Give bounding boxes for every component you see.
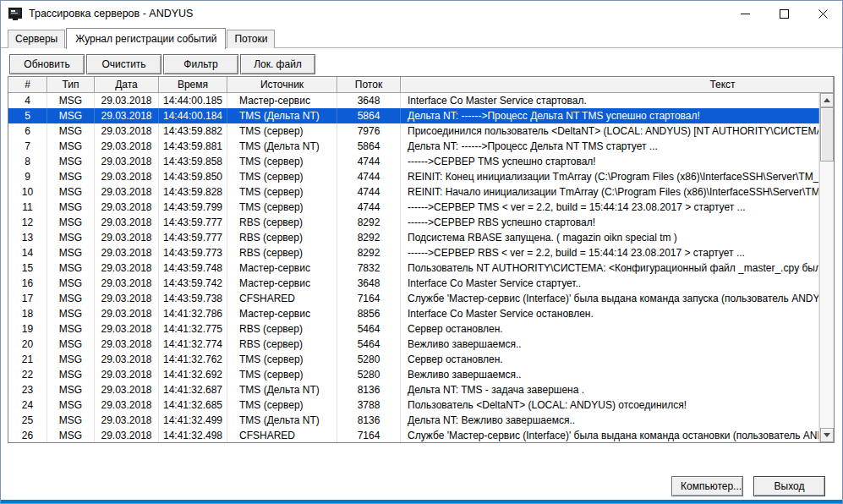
cell: Interface Co Master Service стартует.. <box>401 276 819 291</box>
column-header-3[interactable]: Время <box>159 77 227 93</box>
cell: 5280 <box>337 352 401 367</box>
cell: TMS (Дельта NT) <box>227 382 337 397</box>
column-header-2[interactable]: Дата <box>95 77 159 93</box>
cell: 5 <box>8 108 47 123</box>
refresh-button[interactable]: Обновить <box>9 54 85 74</box>
computer-button[interactable]: Компьютер... <box>671 476 743 496</box>
cell: 14:43:59.882 <box>159 123 227 139</box>
table-row[interactable]: 12MSG29.03.201814:43:59.777RBS (сервер)8… <box>8 215 819 230</box>
cell: Мастер-сервис <box>227 260 337 276</box>
filter-button[interactable]: Фильтр <box>163 54 238 74</box>
app-window: Трассировка серверов - ANDYUS СерверыЖур… <box>0 0 843 504</box>
cell: MSG <box>47 169 95 184</box>
table-row[interactable]: 17MSG29.03.201814:43:59.738CFSHARED7164С… <box>8 291 819 306</box>
cell: 14:43:59.777 <box>159 230 227 245</box>
table-row[interactable]: 23MSG29.03.201814:41:32.687TMS (Дельта N… <box>8 382 819 397</box>
table-row[interactable]: 19MSG29.03.201814:41:32.775RBS (сервер)5… <box>8 321 819 337</box>
column-header-6[interactable]: Текст <box>401 77 834 93</box>
cell: MSG <box>47 93 95 108</box>
cell: 12 <box>8 215 47 230</box>
minimize-button[interactable] <box>725 1 764 26</box>
scroll-thumb[interactable] <box>820 107 834 162</box>
clear-button[interactable]: Очистить <box>86 54 161 74</box>
window-bottom-accent <box>1 500 842 503</box>
cell: MSG <box>47 200 95 215</box>
cell: 29.03.2018 <box>95 108 159 123</box>
column-header-1[interactable]: Тип <box>47 77 95 93</box>
column-header-5[interactable]: Поток <box>337 77 401 93</box>
cell: Вежливо завершаемся.. <box>401 337 819 352</box>
cell: MSG <box>47 245 95 260</box>
cell: TMS (сервер) <box>227 397 337 413</box>
table-row[interactable]: 13MSG29.03.201814:43:59.777RBS (сервер)8… <box>8 230 819 245</box>
cell: 14:43:59.850 <box>159 169 227 184</box>
exit-button[interactable]: Выход <box>753 476 825 496</box>
column-header-4[interactable]: Источник <box>227 77 337 93</box>
column-header-0[interactable]: # <box>8 77 47 93</box>
cell: 14:43:59.881 <box>159 139 227 154</box>
cell: 8292 <box>337 245 401 260</box>
tab-servers[interactable]: Серверы <box>8 30 65 48</box>
table-row[interactable]: 22MSG29.03.201814:41:32.692TMS (сервер)5… <box>8 367 819 382</box>
close-button[interactable] <box>803 1 842 26</box>
minimize-icon <box>741 9 750 19</box>
table-row[interactable]: 26MSG29.03.201814:41:32.498CFSHARED7164С… <box>8 428 819 442</box>
cell: 10 <box>8 184 47 200</box>
cell: 29.03.2018 <box>95 215 159 230</box>
local-file-button[interactable]: Лок. файл <box>240 54 315 74</box>
cell: MSG <box>47 382 95 397</box>
table-row[interactable]: 25MSG29.03.201814:41:32.499TMS (Дельта N… <box>8 413 819 428</box>
cell: MSG <box>47 397 95 413</box>
cell: 4 <box>8 93 47 108</box>
table-row[interactable]: 6MSG29.03.201814:43:59.882TMS (сервер)79… <box>8 123 819 139</box>
scroll-down-button[interactable] <box>820 428 834 442</box>
cell: 14:43:59.738 <box>159 291 227 306</box>
table-row[interactable]: 16MSG29.03.201814:43:59.742Мастер-сервис… <box>8 276 819 291</box>
cell: 13 <box>8 230 47 245</box>
table-row[interactable]: 10MSG29.03.201814:43:59.828TMS (сервер)4… <box>8 184 819 200</box>
app-icon <box>8 7 22 20</box>
cell: 29.03.2018 <box>95 367 159 382</box>
cell: 29.03.2018 <box>95 397 159 413</box>
cell: ------>СЕРВЕР RBS < ver = 2.2, build = 1… <box>401 245 819 260</box>
table-row[interactable]: 21MSG29.03.201814:41:32.762TMS (сервер)5… <box>8 352 819 367</box>
cell: MSG <box>47 154 95 169</box>
title-bar[interactable]: Трассировка серверов - ANDYUS <box>1 1 842 26</box>
cell: TMS (сервер) <box>227 154 337 169</box>
toolbar: ОбновитьОчиститьФильтрЛок. файл <box>1 48 842 79</box>
cell: Присоединился пользователь <DeltaNT> (LO… <box>401 123 819 139</box>
cell: 14:41:32.685 <box>159 397 227 413</box>
scroll-track[interactable] <box>820 107 834 428</box>
cell: 14:43:59.777 <box>159 215 227 230</box>
cell: 4744 <box>337 184 401 200</box>
tab-threads[interactable]: Потоки <box>227 30 275 48</box>
cell: RBS (сервер) <box>227 215 337 230</box>
table-row[interactable]: 4MSG29.03.201814:44:00.185Мастер-сервис3… <box>8 93 819 108</box>
maximize-button[interactable] <box>764 1 803 26</box>
table-row[interactable]: 8MSG29.03.201814:43:59.858TMS (сервер)47… <box>8 154 819 169</box>
cell: 14:41:32.499 <box>159 413 227 428</box>
cell: MSG <box>47 230 95 245</box>
cell: 8292 <box>337 215 401 230</box>
cell: 4744 <box>337 200 401 215</box>
table-row[interactable]: 15MSG29.03.201814:43:59.748Мастер-сервис… <box>8 260 819 276</box>
cell: 5864 <box>337 108 401 123</box>
cell: TMS (сервер) <box>227 184 337 200</box>
cell: 19 <box>8 321 47 337</box>
table-row[interactable]: 14MSG29.03.201814:43:59.773RBS (сервер)8… <box>8 245 819 260</box>
scroll-up-button[interactable] <box>820 93 834 107</box>
table-row[interactable]: 5MSG29.03.201814:44:00.184TMS (Дельта NT… <box>8 108 819 123</box>
tab-event-log[interactable]: Журнал регистрации событий <box>66 28 226 49</box>
cell: 8136 <box>337 382 401 397</box>
table-row[interactable]: 20MSG29.03.201814:41:32.774RBS (сервер)5… <box>8 337 819 352</box>
table-row[interactable]: 11MSG29.03.201814:43:59.799TMS (сервер)4… <box>8 200 819 215</box>
table-row[interactable]: 9MSG29.03.201814:43:59.850TMS (сервер)47… <box>8 169 819 184</box>
table-row[interactable]: 18MSG29.03.201814:41:32.786Мастер-сервис… <box>8 306 819 321</box>
cell: 7 <box>8 139 47 154</box>
cell: 4744 <box>337 169 401 184</box>
table-row[interactable]: 24MSG29.03.201814:41:32.685TMS (сервер)3… <box>8 397 819 413</box>
cell: 14:41:32.498 <box>159 428 227 442</box>
cell: 14:43:59.799 <box>159 200 227 215</box>
table-row[interactable]: 7MSG29.03.201814:43:59.881TMS (Дельта NT… <box>8 139 819 154</box>
vertical-scrollbar[interactable] <box>819 93 834 442</box>
